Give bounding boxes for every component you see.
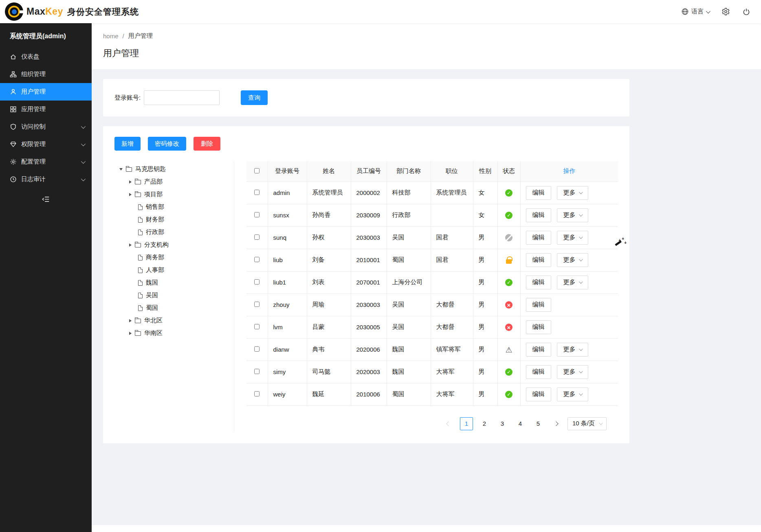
- page-button-3[interactable]: 3: [496, 417, 509, 430]
- page-button-4[interactable]: 4: [514, 417, 527, 430]
- row-checkbox[interactable]: [254, 302, 260, 307]
- tree-node[interactable]: 吴国: [103, 289, 234, 302]
- sidebar-item-dashboard[interactable]: 仪表盘: [0, 48, 92, 66]
- query-button[interactable]: 查询: [241, 90, 268, 105]
- caret-right-icon[interactable]: [129, 319, 132, 322]
- cell-gender: 男: [473, 271, 497, 293]
- table-row: zhouy 周瑜 2030003 吴国 大都督 男 编辑 更多: [246, 293, 618, 316]
- row-checkbox[interactable]: [254, 324, 260, 329]
- tree-node[interactable]: 产品部: [103, 175, 234, 188]
- chevron-down-icon: [81, 159, 86, 163]
- more-button[interactable]: 更多: [557, 186, 588, 200]
- more-button[interactable]: 更多: [557, 365, 588, 379]
- tree-node[interactable]: 销售部: [103, 201, 234, 213]
- more-button[interactable]: 更多: [557, 276, 588, 289]
- tree-node[interactable]: 财务部: [103, 213, 234, 226]
- caret-down-icon[interactable]: [119, 168, 123, 171]
- settings-gear-icon[interactable]: [721, 7, 730, 16]
- language-switcher[interactable]: 语言: [681, 8, 709, 15]
- add-button[interactable]: 新增: [114, 137, 141, 151]
- tree-node-root[interactable]: 马克思钥匙: [103, 163, 234, 175]
- caret-right-icon[interactable]: [129, 180, 132, 184]
- file-icon: [138, 204, 143, 210]
- more-button[interactable]: 更多: [557, 253, 588, 267]
- logout-power-icon[interactable]: [742, 8, 750, 16]
- cell-name: 刘表: [307, 271, 351, 293]
- row-checkbox[interactable]: [254, 190, 260, 195]
- row-checkbox[interactable]: [254, 391, 260, 396]
- tree-node-label: 财务部: [146, 216, 164, 223]
- page-button-2[interactable]: 2: [478, 417, 491, 430]
- tree-node[interactable]: 商务部: [103, 251, 234, 264]
- delete-button[interactable]: 删除: [194, 137, 220, 151]
- sidebar-item-users[interactable]: 用户管理: [0, 83, 92, 101]
- col-header-status: 状态: [497, 161, 520, 182]
- edit-button[interactable]: 编辑: [526, 276, 551, 289]
- sidebar-item-organization[interactable]: 组织管理: [0, 66, 92, 83]
- chevron-down-icon: [578, 235, 583, 239]
- chevron-down-icon: [578, 190, 583, 194]
- login-account-input[interactable]: [144, 90, 220, 105]
- row-checkbox[interactable]: [254, 257, 260, 262]
- tree-node-label: 马克思钥匙: [135, 165, 166, 173]
- edit-button[interactable]: 编辑: [526, 208, 551, 222]
- cell-account: lvm: [268, 316, 307, 338]
- row-checkbox[interactable]: [254, 279, 260, 285]
- edit-button[interactable]: 编辑: [526, 186, 551, 200]
- tree-node[interactable]: 人事部: [103, 264, 234, 276]
- edit-button[interactable]: 编辑: [526, 365, 551, 379]
- row-checkbox[interactable]: [254, 234, 260, 240]
- edit-button[interactable]: 编辑: [526, 253, 551, 267]
- row-checkbox[interactable]: [254, 369, 260, 374]
- edit-button[interactable]: 编辑: [526, 388, 551, 401]
- more-button[interactable]: 更多: [557, 388, 588, 401]
- tree-node[interactable]: 分支机构: [103, 239, 234, 251]
- caret-right-icon[interactable]: [129, 332, 132, 335]
- tree-node[interactable]: 魏国: [103, 276, 234, 289]
- row-checkbox[interactable]: [254, 212, 260, 217]
- cell-gender: 女: [473, 204, 497, 226]
- mouse-cursor: +++: [614, 237, 626, 250]
- prev-page-button[interactable]: [442, 417, 455, 430]
- cell-employee-id: 2020003: [351, 361, 387, 383]
- cell-employee-id: 2030003: [351, 226, 387, 249]
- edit-button[interactable]: 编辑: [526, 298, 551, 312]
- sidebar-collapse-button[interactable]: [0, 192, 92, 206]
- cell-gender: 男: [473, 316, 497, 338]
- tree-node[interactable]: 蜀国: [103, 302, 234, 314]
- tree-node[interactable]: 华北区: [103, 314, 234, 327]
- caret-right-icon[interactable]: [129, 193, 132, 196]
- more-button[interactable]: 更多: [557, 231, 588, 245]
- edit-button[interactable]: 编辑: [526, 320, 551, 334]
- select-all-checkbox[interactable]: [254, 168, 260, 173]
- page-button-5[interactable]: 5: [532, 417, 545, 430]
- cell-employee-id: 2000002: [351, 182, 387, 204]
- edit-button[interactable]: 编辑: [526, 343, 551, 357]
- edit-button[interactable]: 编辑: [526, 231, 551, 245]
- tree-node[interactable]: 项目部: [103, 188, 234, 201]
- more-button[interactable]: 更多: [557, 343, 588, 357]
- row-checkbox[interactable]: [254, 346, 260, 352]
- search-panel: 登录账号: 查询: [103, 79, 629, 116]
- next-page-button[interactable]: [550, 417, 563, 430]
- tree-node-label: 魏国: [146, 279, 158, 287]
- sidebar-item-permissions[interactable]: 权限管理: [0, 136, 92, 153]
- tree-node[interactable]: 华南区: [103, 327, 234, 339]
- cell-department: 吴国: [387, 316, 431, 338]
- caret-right-icon[interactable]: [129, 243, 132, 247]
- more-button[interactable]: 更多: [557, 208, 588, 222]
- sidebar-item-configuration[interactable]: 配置管理: [0, 153, 92, 171]
- page-size-select[interactable]: 10 条/页: [567, 417, 607, 430]
- table-row: weiy 魏延 2010006 蜀国 大将军 男 编辑 更多: [246, 383, 618, 405]
- tree-node[interactable]: 行政部: [103, 226, 234, 239]
- page-button-1[interactable]: 1: [460, 417, 473, 430]
- col-header-department: 部门名称: [387, 161, 431, 182]
- sidebar-item-audit-log[interactable]: 日志审计: [0, 171, 92, 188]
- sidebar-item-access-control[interactable]: 访问控制: [0, 118, 92, 136]
- cell-account: zhouy: [268, 293, 307, 316]
- sidebar-item-applications[interactable]: 应用管理: [0, 101, 92, 118]
- breadcrumb-home-link[interactable]: home: [103, 33, 119, 39]
- col-header-gender: 性别: [473, 161, 497, 182]
- file-icon: [138, 255, 143, 261]
- change-password-button[interactable]: 密码修改: [148, 137, 186, 151]
